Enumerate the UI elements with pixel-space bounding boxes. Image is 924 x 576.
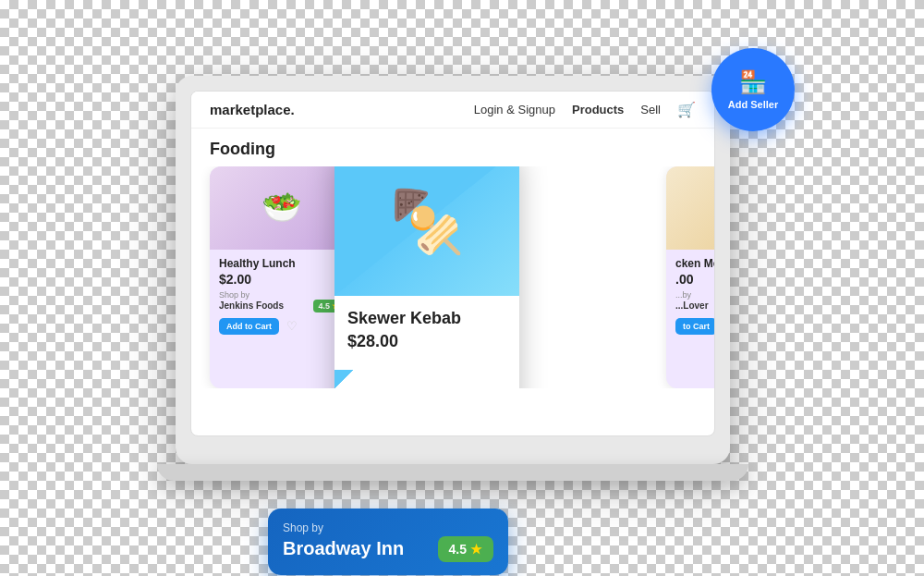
add-to-cart-3[interactable]: to Cart: [675, 318, 714, 335]
shop-banner-name: Broadway Inn: [283, 538, 404, 559]
product-price-3: .00: [675, 272, 714, 287]
add-seller-button[interactable]: 🏪 Add Seller: [711, 48, 795, 131]
product-card-3: 🍽️ cken Meal .00 ...by ...Lover 4.5 ★: [666, 166, 714, 388]
card-actions-1: Add to Cart ♡: [219, 318, 344, 335]
cart-icon[interactable]: 🛒: [677, 101, 696, 118]
product-image-3: 🍽️: [666, 166, 714, 250]
featured-food-emoji: 🍢: [390, 187, 465, 257]
card-actions-3: to Cart ♡: [675, 318, 714, 335]
card-body-3: cken Meal .00 ...by ...Lover 4.5 ★ to Ca…: [666, 250, 714, 340]
nav-products[interactable]: Products: [572, 103, 624, 116]
nav-login[interactable]: Login & Signup: [474, 103, 555, 116]
featured-image: 🍢: [334, 166, 519, 296]
shop-banner-rating: 4.5 ★: [438, 536, 493, 562]
nav-links: Login & Signup Products Sell 🛒: [474, 101, 696, 118]
shop-star-icon: ★: [470, 542, 482, 557]
store-icon: 🏪: [739, 69, 767, 95]
spacer: [518, 166, 666, 388]
add-to-cart-1[interactable]: Add to Cart: [219, 318, 279, 335]
product-name-3: cken Meal: [675, 257, 714, 270]
featured-price: $28.00: [347, 332, 506, 351]
product-image-1: 🥗: [210, 166, 353, 250]
navbar: marketplace. Login & Signup Products Sel…: [191, 92, 714, 129]
add-seller-label: Add Seller: [728, 99, 778, 110]
laptop-device: marketplace. Login & Signup Products Sel…: [176, 76, 730, 464]
brand-logo: marketplace.: [210, 102, 456, 117]
shop-row-1: Jenkins Foods 4.5 ★: [219, 300, 344, 313]
shop-rating-value: 4.5: [449, 542, 467, 557]
shop-name-1: Jenkins Foods: [219, 300, 284, 311]
laptop-screen: marketplace. Login & Signup Products Sel…: [190, 91, 715, 436]
shop-by-label-3: ...by: [675, 290, 714, 300]
wishlist-icon-1[interactable]: ♡: [286, 319, 298, 333]
product-price-1: $2.00: [219, 272, 344, 287]
shop-name-3: ...Lover: [675, 300, 709, 311]
featured-body: Skewer Kebab $28.00: [334, 296, 519, 370]
nav-sell[interactable]: Sell: [640, 103, 661, 116]
products-row: 🥗 Healthy Lunch $2.00 Shop by Jenkins Fo…: [191, 166, 714, 388]
featured-card: 🍢 Skewer Kebab $28.00: [334, 166, 519, 388]
scene: 🏪 Add Seller marketplace. Login & Signup…: [148, 48, 776, 529]
section-title: Fooding: [191, 129, 714, 166]
shop-by-label-1: Shop by: [219, 290, 344, 300]
shop-by-banner-label: Shop by: [283, 521, 493, 534]
product-card-1: 🥗 Healthy Lunch $2.00 Shop by Jenkins Fo…: [210, 166, 353, 388]
shop-banner: Shop by Broadway Inn 4.5 ★: [268, 509, 508, 575]
shop-banner-row: Broadway Inn 4.5 ★: [283, 536, 493, 562]
featured-name: Skewer Kebab: [347, 309, 506, 328]
laptop-base: [157, 464, 748, 481]
product-name-1: Healthy Lunch: [219, 257, 344, 270]
shop-row-3: ...Lover 4.5 ★: [675, 300, 714, 313]
card-body-1: Healthy Lunch $2.00 Shop by Jenkins Food…: [210, 250, 353, 340]
